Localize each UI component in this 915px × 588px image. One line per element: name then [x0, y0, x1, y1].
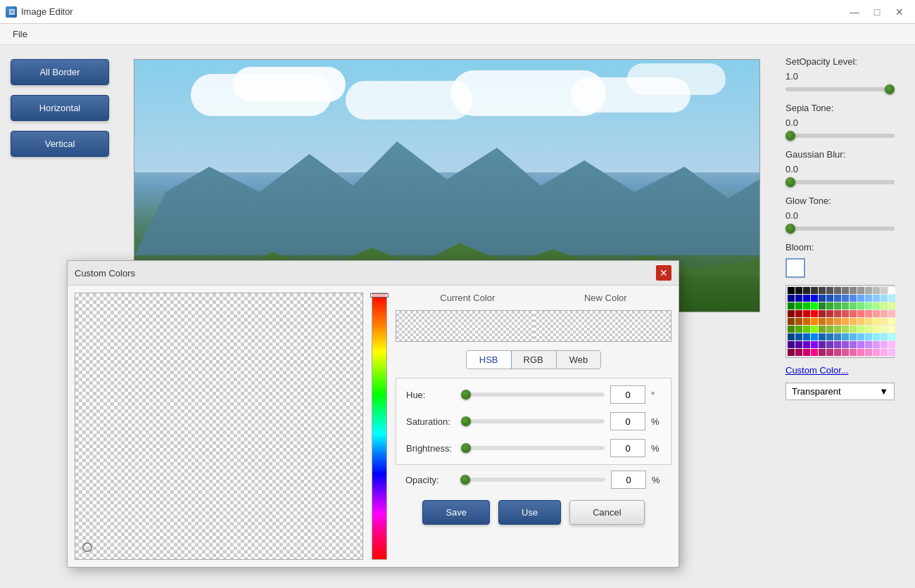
color-cell[interactable]: [857, 295, 864, 302]
gaussian-slider[interactable]: [785, 180, 895, 184]
hue-value[interactable]: 0: [610, 385, 645, 404]
color-cell[interactable]: [865, 310, 872, 317]
color-cell[interactable]: [873, 295, 880, 302]
use-button[interactable]: Use: [498, 500, 561, 525]
color-cell[interactable]: [819, 295, 826, 302]
color-cell[interactable]: [873, 326, 880, 333]
close-button[interactable]: ✕: [890, 4, 909, 20]
color-cell[interactable]: [819, 333, 826, 340]
color-cell[interactable]: [803, 341, 810, 348]
color-cell[interactable]: [788, 333, 795, 340]
color-cell[interactable]: [873, 349, 880, 356]
color-cell[interactable]: [881, 302, 888, 309]
tab-web[interactable]: Web: [557, 351, 601, 369]
color-cell[interactable]: [795, 341, 802, 348]
color-cell[interactable]: [819, 287, 826, 294]
color-cell[interactable]: [819, 349, 826, 356]
color-cell[interactable]: [850, 318, 857, 325]
file-menu[interactable]: File: [6, 26, 34, 42]
color-cell[interactable]: [857, 318, 864, 325]
color-cell[interactable]: [811, 295, 818, 302]
saturation-slider[interactable]: [461, 419, 605, 423]
color-cell[interactable]: [788, 326, 795, 333]
color-cell[interactable]: [826, 310, 833, 317]
color-cell[interactable]: [826, 295, 833, 302]
color-cell[interactable]: [803, 318, 810, 325]
color-cell[interactable]: [865, 349, 872, 356]
color-cell[interactable]: [857, 310, 864, 317]
color-cell[interactable]: [888, 302, 895, 309]
color-cell[interactable]: [811, 333, 818, 340]
color-cell[interactable]: [850, 287, 857, 294]
color-cell[interactable]: [811, 326, 818, 333]
color-cell[interactable]: [865, 326, 872, 333]
color-cell[interactable]: [850, 341, 857, 348]
transparent-dropdown[interactable]: Transparent ▼: [785, 383, 895, 400]
color-cell[interactable]: [819, 302, 826, 309]
color-cell[interactable]: [803, 287, 810, 294]
color-cell[interactable]: [850, 349, 857, 356]
vertical-button[interactable]: Vertical: [11, 131, 109, 157]
minimize-button[interactable]: ―: [845, 4, 864, 20]
tab-hsb[interactable]: HSB: [466, 350, 512, 369]
dialog-close-button[interactable]: ✕: [656, 265, 671, 281]
color-cell[interactable]: [842, 326, 849, 333]
color-cell[interactable]: [834, 295, 841, 302]
color-cell[interactable]: [795, 318, 802, 325]
color-cell[interactable]: [834, 310, 841, 317]
color-cell[interactable]: [788, 310, 795, 317]
tab-rgb[interactable]: RGB: [511, 351, 557, 369]
opacity-dialog-value[interactable]: 0: [611, 471, 646, 489]
color-cell[interactable]: [888, 349, 895, 356]
color-cell[interactable]: [842, 318, 849, 325]
color-cell[interactable]: [795, 295, 802, 302]
color-cell[interactable]: [811, 302, 818, 309]
color-cell[interactable]: [811, 318, 818, 325]
color-cell[interactable]: [850, 302, 857, 309]
color-cell[interactable]: [857, 349, 864, 356]
color-cell[interactable]: [857, 333, 864, 340]
color-cell[interactable]: [842, 295, 849, 302]
color-cell[interactable]: [826, 287, 833, 294]
color-cell[interactable]: [857, 326, 864, 333]
color-cell[interactable]: [881, 287, 888, 294]
hue-slider[interactable]: [461, 392, 605, 397]
color-cell[interactable]: [834, 333, 841, 340]
color-cell[interactable]: [803, 310, 810, 317]
color-cell[interactable]: [788, 287, 795, 294]
color-picker-area[interactable]: [75, 293, 363, 560]
color-cell[interactable]: [803, 326, 810, 333]
color-cell[interactable]: [834, 341, 841, 348]
color-cell[interactable]: [834, 349, 841, 356]
color-cell[interactable]: [888, 326, 895, 333]
color-cell[interactable]: [795, 333, 802, 340]
sepia-slider[interactable]: [785, 134, 895, 138]
color-cell[interactable]: [881, 341, 888, 348]
color-cell[interactable]: [834, 302, 841, 309]
custom-color-link[interactable]: Custom Color...: [785, 365, 904, 376]
color-cell[interactable]: [803, 302, 810, 309]
saturation-value[interactable]: 0: [610, 412, 645, 430]
color-cell[interactable]: [865, 318, 872, 325]
bloom-swatch[interactable]: [785, 258, 805, 278]
spectrum-bar[interactable]: [372, 293, 387, 560]
opacity-slider[interactable]: [785, 87, 895, 91]
color-cell[interactable]: [873, 287, 880, 294]
color-cell[interactable]: [819, 318, 826, 325]
color-cell[interactable]: [788, 318, 795, 325]
color-cell[interactable]: [803, 295, 810, 302]
color-cell[interactable]: [881, 326, 888, 333]
color-cell[interactable]: [857, 287, 864, 294]
color-cell[interactable]: [826, 302, 833, 309]
opacity-dialog-slider[interactable]: [460, 478, 605, 482]
color-cell[interactable]: [826, 333, 833, 340]
color-cell[interactable]: [857, 341, 864, 348]
brightness-slider[interactable]: [461, 446, 605, 450]
color-cell[interactable]: [795, 326, 802, 333]
color-cell[interactable]: [826, 349, 833, 356]
color-cell[interactable]: [819, 326, 826, 333]
color-cell[interactable]: [795, 287, 802, 294]
color-cell[interactable]: [865, 302, 872, 309]
brightness-value[interactable]: 0: [610, 439, 645, 457]
color-cell[interactable]: [888, 341, 895, 348]
